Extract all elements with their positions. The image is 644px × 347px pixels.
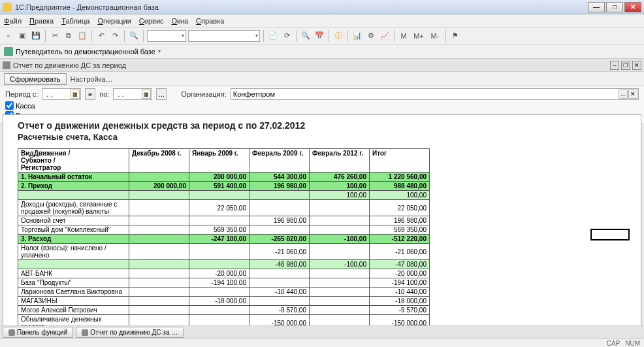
config-icon[interactable]: ⚙ <box>365 30 377 42</box>
table-row[interactable]: 1. Начальный остаток200 000,00544 300,00… <box>18 173 430 182</box>
calendar-icon[interactable]: ▦ <box>142 90 151 99</box>
copy-icon[interactable]: ⧉ <box>63 30 74 42</box>
calendar-icon[interactable]: 📅 <box>314 30 325 42</box>
report-area[interactable]: Отчет о движении денежных средств за пер… <box>3 114 641 333</box>
org-label: Организация: <box>181 90 226 98</box>
report-grid: ВидДвижения / Субконто / РегистраторДека… <box>18 148 430 333</box>
command-bar: Сформировать Настройка… <box>0 72 644 86</box>
m-button[interactable]: M <box>398 30 410 42</box>
date-from-input[interactable]: . . ▦ <box>42 88 81 100</box>
period-to-label: по: <box>99 90 109 98</box>
m-minus-button[interactable]: M- <box>428 30 442 42</box>
refresh-icon[interactable]: ⟳ <box>281 30 293 42</box>
col-period: Февраль 2009 г. <box>250 149 310 173</box>
report-title: Отчет о движении денежных средств за пер… <box>18 120 626 131</box>
date-to-input[interactable]: . . ▦ <box>113 88 152 100</box>
guide-icon <box>4 47 13 56</box>
redo-icon[interactable]: ↷ <box>109 30 121 42</box>
separator <box>329 30 329 42</box>
menu-окна[interactable]: Окна <box>172 17 189 25</box>
org-select-icon[interactable]: … <box>619 90 628 99</box>
main-toolbar: ▫ ▣ 💾 ✂ ⧉ 📋 ↶ ↷ 🔍 📄 ⟳ 🔍 📅 ⓘ 📊 ⚙ 📈 M M+ M… <box>0 27 644 44</box>
bottom-tab-1[interactable]: Отчет по движению ДС за … <box>76 327 184 338</box>
save-icon[interactable]: 💾 <box>30 30 42 42</box>
list-icon[interactable]: 📄 <box>267 30 279 42</box>
new-icon[interactable]: ▫ <box>3 30 14 42</box>
doc-restore-icon[interactable]: ❐ <box>621 61 630 70</box>
floating-selection[interactable] <box>590 229 630 240</box>
cut-icon[interactable]: ✂ <box>49 30 61 42</box>
table-row[interactable]: 2. Приход200 000,00591 400,00196 980,001… <box>18 182 430 191</box>
menu-справка[interactable]: Справка <box>196 17 224 25</box>
doc-tab-title: Отчет по движению ДС за период <box>13 61 610 69</box>
separator <box>347 30 348 42</box>
table-row[interactable]: -46 980,00-100,00-47 080,00 <box>18 260 430 269</box>
doc-icon <box>3 61 10 69</box>
maximize-button[interactable]: □ <box>606 2 623 12</box>
bottom-tabs: Панель функцийОтчет по движению ДС за … <box>0 325 644 339</box>
table-row[interactable]: МАГАЗИНЫ-18 000,00-18 000,00 <box>18 297 430 306</box>
close-button[interactable]: ✕ <box>624 2 641 12</box>
table-row[interactable]: Могов Алексей Петрович-9 570,00-9 570,00 <box>18 306 430 315</box>
window-title: 1С:Предприятие - Демонстрационная база <box>15 3 587 11</box>
table-row[interactable]: Торговый дом "Комплексный"569 350,00569 … <box>18 225 430 235</box>
open-icon[interactable]: ▣ <box>16 30 28 42</box>
table-row[interactable]: Основной счет196 980,00196 980,00 <box>18 216 430 225</box>
col-period: Январь 2009 г. <box>189 149 250 173</box>
status-bar: CAP NUM <box>0 339 644 347</box>
org-value: Конфетпром <box>233 90 275 98</box>
table-row[interactable]: База "Продукты"-194 100,00-194 100,00 <box>18 278 430 288</box>
chevron-down-icon[interactable]: ▾ <box>158 48 161 54</box>
org-clear-icon[interactable]: ✕ <box>628 90 637 99</box>
menu-таблица[interactable]: Таблица <box>61 17 89 25</box>
col-desc: ВидДвижения / Субконто / Регистратор <box>18 149 129 173</box>
minimize-button[interactable]: — <box>588 2 605 12</box>
date-from-picker[interactable]: ≡ <box>85 88 95 100</box>
guide-bar: Путеводитель по демонстрационной базе ▾ <box>0 44 644 59</box>
table-row[interactable]: 100,00100,00 <box>18 191 430 200</box>
stat-icon[interactable]: 📈 <box>379 30 391 42</box>
table-row[interactable]: Ларионова Светлана Викторовна-10 440,00-… <box>18 288 430 297</box>
col-period: Февраль 2012 г. <box>310 149 370 173</box>
status-num: NUM <box>625 340 640 347</box>
separator <box>263 30 264 42</box>
doc-minimize-icon[interactable]: – <box>610 61 619 70</box>
generate-button[interactable]: Сформировать <box>4 73 67 85</box>
app-icon <box>3 3 12 12</box>
col-period: Итог <box>370 149 430 173</box>
report-subtitle: Расчетные счета, Касса <box>18 132 626 142</box>
separator <box>91 30 92 42</box>
flag-icon[interactable]: ⚑ <box>449 30 461 42</box>
titlebar: 1С:Предприятие - Демонстрационная база —… <box>0 0 644 14</box>
separator <box>124 30 125 42</box>
paste-icon[interactable]: 📋 <box>76 30 88 42</box>
m-plus-button[interactable]: M+ <box>411 30 426 42</box>
menu-операции[interactable]: Операции <box>97 17 131 25</box>
menu-сервис[interactable]: Сервис <box>139 17 164 25</box>
bottom-tab-0[interactable]: Панель функций <box>3 327 73 338</box>
combo-2[interactable] <box>188 30 260 42</box>
table-row[interactable]: 3. Расход-247 100,00-265 020,00-100,00-5… <box>18 235 430 244</box>
magnify-icon[interactable]: 🔍 <box>300 30 312 42</box>
separator <box>143 30 144 42</box>
calendar-icon[interactable]: ▦ <box>71 90 80 99</box>
date-to-picker[interactable]: … <box>156 88 167 100</box>
doc-close-icon[interactable]: ✕ <box>632 61 641 70</box>
chart-icon[interactable]: 📊 <box>351 30 363 42</box>
help-icon[interactable]: ⓘ <box>332 30 344 42</box>
menu-файл[interactable]: Файл <box>4 17 22 25</box>
undo-icon[interactable]: ↶ <box>95 30 107 42</box>
period-from-label: Период с: <box>5 90 38 98</box>
separator <box>296 30 297 42</box>
settings-link[interactable]: Настройка… <box>71 75 113 83</box>
table-row[interactable]: АВТ-БАНК-20 000,00-20 000,00 <box>18 269 430 278</box>
combo-1[interactable] <box>147 30 186 42</box>
org-input[interactable]: Конфетпром … ✕ <box>231 88 639 100</box>
separator <box>45 30 46 42</box>
checkbox-kassa[interactable]: Касса <box>5 101 35 110</box>
menu-правка[interactable]: Правка <box>29 17 54 25</box>
guide-label[interactable]: Путеводитель по демонстрационной базе <box>16 48 155 56</box>
find-icon[interactable]: 🔍 <box>128 30 140 42</box>
table-row[interactable]: Налог (взносы): начислено / уплачено-21 … <box>18 244 430 260</box>
table-row[interactable]: Доходы (расходы), связанные с продажей (… <box>18 200 430 216</box>
